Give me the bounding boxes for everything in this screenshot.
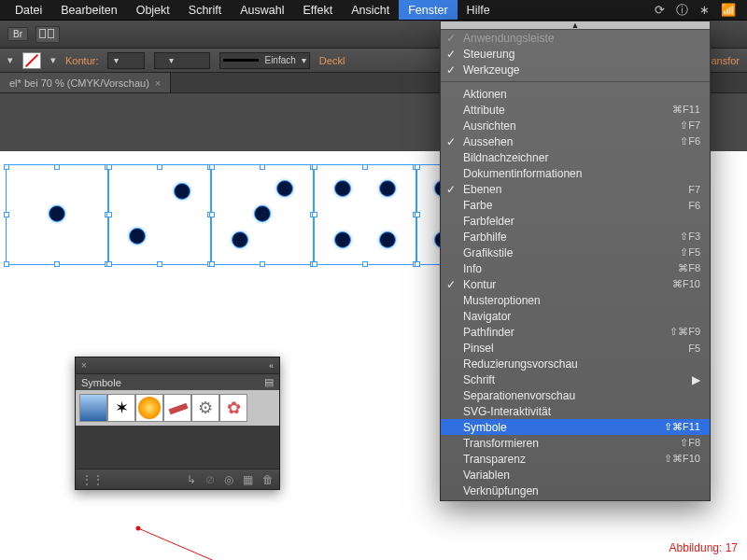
menu-item-farbhilfe[interactable]: Farbhilfe⇧F3 bbox=[441, 229, 710, 245]
menu-item-kontur[interactable]: ✓Kontur⌘F10 bbox=[441, 276, 710, 292]
break-link-icon[interactable]: ⊘ bbox=[205, 473, 215, 486]
document-title: el* bei 70 % (CMYK/Vorschau) bbox=[9, 77, 149, 89]
panel-body bbox=[76, 426, 279, 469]
menu-datei[interactable]: Datei bbox=[6, 0, 51, 20]
symbol-inkblot[interactable]: ✶ bbox=[107, 394, 135, 422]
menu-item-anwendungsleiste: ✓Anwendungsleiste bbox=[441, 30, 710, 46]
panel-tab-symbols[interactable]: Symbole bbox=[81, 377, 121, 388]
window-menu-dropdown[interactable]: ▲ ✓Anwendungsleiste✓Steuerung✓WerkzeugeA… bbox=[440, 21, 711, 501]
menu-item-ausrichten[interactable]: Ausrichten⇧F7 bbox=[441, 118, 710, 133]
menu-item-dokumentinformationen[interactable]: Dokumentinformationen bbox=[441, 165, 710, 181]
collapse-icon[interactable]: « bbox=[269, 361, 274, 371]
menu-item-transformieren[interactable]: Transformieren⇧F8 bbox=[441, 435, 710, 451]
no-fill-swatch[interactable] bbox=[22, 52, 41, 69]
panel-menu-icon[interactable]: ▤ bbox=[264, 376, 274, 388]
menu-bearbeiten[interactable]: Bearbeiten bbox=[51, 0, 126, 20]
menu-item-bildnachzeichner[interactable]: Bildnachzeichner bbox=[441, 149, 710, 165]
menu-item-farbfelder[interactable]: Farbfelder bbox=[441, 213, 710, 229]
symbol-sun[interactable] bbox=[135, 394, 163, 422]
menu-item-reduzierungsvorschau[interactable]: Reduzierungsvorschau bbox=[441, 356, 710, 371]
menu-effekt[interactable]: Effekt bbox=[293, 0, 342, 20]
menu-item-pathfinder[interactable]: Pathfinder⇧⌘F9 bbox=[441, 324, 710, 340]
menu-item-variablen[interactable]: Variablen bbox=[441, 467, 710, 483]
pip[interactable] bbox=[254, 205, 271, 222]
var-width-select[interactable]: ▾ bbox=[154, 52, 210, 69]
pip[interactable] bbox=[334, 231, 351, 248]
transform-label-clipped: ransfor bbox=[708, 55, 740, 66]
menu-objekt[interactable]: Objekt bbox=[127, 0, 179, 20]
place-icon[interactable]: ↳ bbox=[187, 473, 196, 486]
menu-schrift[interactable]: Schrift bbox=[179, 0, 231, 20]
close-icon[interactable]: × bbox=[155, 77, 161, 89]
menu-item-verkn-pfungen[interactable]: Verknüpfungen bbox=[441, 483, 710, 498]
menu-item-transparenz[interactable]: Transparenz⇧⌘F10 bbox=[441, 451, 710, 467]
stroke-weight-select[interactable]: ▾ bbox=[107, 52, 145, 69]
brush-def-select[interactable]: Einfach▾ bbox=[219, 52, 309, 69]
menu-item-navigator[interactable]: Navigator bbox=[441, 308, 710, 324]
die-3[interactable] bbox=[211, 162, 314, 265]
pip[interactable] bbox=[276, 180, 293, 197]
panel-footer: ⋮⋮ ↳ ⊘ ◎ ▦ 🗑 bbox=[76, 469, 279, 489]
scroll-up-arrow[interactable]: ▲ bbox=[441, 21, 710, 30]
menu-item-grafikstile[interactable]: Grafikstile⇧F5 bbox=[441, 245, 710, 260]
menu-fenster[interactable]: Fenster bbox=[399, 0, 457, 20]
menu-item-symbole[interactable]: Symbole⇧⌘F11 bbox=[441, 419, 710, 435]
close-icon[interactable]: × bbox=[81, 360, 87, 371]
menu-item-attribute[interactable]: Attribute⌘F11 bbox=[441, 102, 710, 118]
new-symbol-icon[interactable]: ▦ bbox=[243, 473, 253, 486]
bluetooth-icon[interactable]: ∗ bbox=[699, 3, 710, 17]
sync-icon[interactable]: ⟳ bbox=[655, 3, 665, 17]
panel-titlebar[interactable]: × « bbox=[76, 357, 279, 374]
kontur-label: Kontur: bbox=[65, 55, 98, 66]
info-icon[interactable]: ⓘ bbox=[676, 2, 688, 19]
chevron-down-icon[interactable]: ▾ bbox=[7, 54, 13, 66]
menu-item-separationenvorschau[interactable]: Separationenvorschau bbox=[441, 387, 710, 403]
symbols-panel[interactable]: × « Symbole ▤ ✶ ⚙ ✿ ⋮⋮ ↳ ⊘ ◎ ▦ 🗑 bbox=[75, 357, 280, 490]
menu-item-svg-interaktivit-t[interactable]: SVG-Interaktivität bbox=[441, 403, 710, 419]
list-icon[interactable]: ⋮⋮ bbox=[81, 473, 104, 486]
figure-label: Abbildung: 17 bbox=[669, 541, 738, 554]
pip[interactable] bbox=[232, 231, 248, 248]
pip[interactable] bbox=[379, 180, 396, 197]
menu-item-aussehen[interactable]: ✓Aussehen⇧F6 bbox=[441, 133, 710, 149]
die-2[interactable] bbox=[108, 162, 211, 265]
menu-ansicht[interactable]: Ansicht bbox=[342, 0, 399, 20]
symbol-ribbon[interactable] bbox=[163, 394, 191, 422]
menu-item-steuerung[interactable]: ✓Steuerung bbox=[441, 46, 710, 62]
symbol-flower[interactable]: ✿ bbox=[219, 394, 247, 422]
symbol-gradient[interactable] bbox=[79, 394, 107, 422]
die-1[interactable] bbox=[6, 162, 108, 265]
options-icon[interactable]: ◎ bbox=[224, 473, 233, 486]
pip[interactable] bbox=[334, 180, 351, 197]
menu-item-aktionen[interactable]: Aktionen bbox=[441, 86, 710, 102]
menu-item-pinsel[interactable]: PinselF5 bbox=[441, 340, 710, 356]
menu-item-werkzeuge[interactable]: ✓Werkzeuge bbox=[441, 62, 710, 77]
pip[interactable] bbox=[379, 231, 396, 248]
menu-item-musteroptionen[interactable]: Musteroptionen bbox=[441, 292, 710, 308]
bridge-button[interactable]: Br bbox=[7, 27, 28, 41]
menu-item-schrift[interactable]: Schrift▶ bbox=[441, 371, 710, 387]
menubar: DateiBearbeitenObjektSchriftAuswahlEffek… bbox=[0, 0, 747, 21]
opacity-label: Deckl bbox=[319, 55, 345, 66]
trash-icon[interactable]: 🗑 bbox=[262, 473, 274, 486]
menu-hilfe[interactable]: Hilfe bbox=[458, 0, 500, 20]
arrange-button[interactable] bbox=[35, 26, 60, 43]
menu-item-info[interactable]: Info⌘F8 bbox=[441, 260, 710, 276]
wifi-icon[interactable]: 📶 bbox=[721, 3, 736, 17]
menu-auswahl[interactable]: Auswahl bbox=[231, 0, 293, 20]
chevron-down-icon[interactable]: ▾ bbox=[50, 54, 56, 66]
menu-item-ebenen[interactable]: ✓EbenenF7 bbox=[441, 181, 710, 197]
symbol-gear[interactable]: ⚙ bbox=[191, 394, 219, 422]
document-tab[interactable]: el* bei 70 % (CMYK/Vorschau) × bbox=[0, 73, 171, 92]
symbols-grid: ✶ ⚙ ✿ bbox=[76, 390, 279, 426]
pip[interactable] bbox=[174, 183, 190, 200]
menu-item-farbe[interactable]: FarbeF6 bbox=[441, 197, 710, 213]
pip[interactable] bbox=[129, 228, 146, 245]
die-4[interactable] bbox=[314, 162, 416, 265]
pip[interactable] bbox=[49, 205, 65, 222]
